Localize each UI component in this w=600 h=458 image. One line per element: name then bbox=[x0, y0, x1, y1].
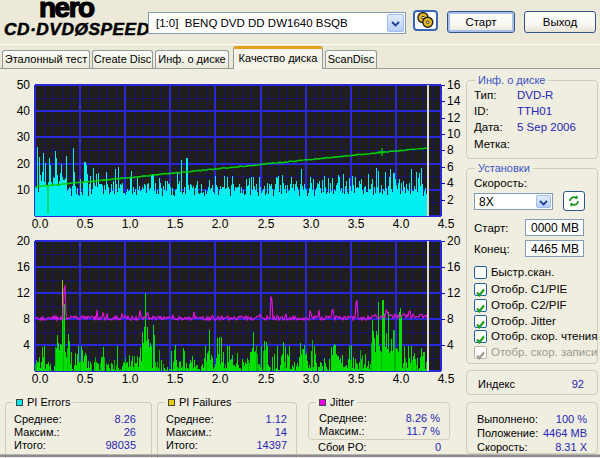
svg-text:40: 40 bbox=[17, 104, 31, 118]
svg-text:10: 10 bbox=[447, 127, 461, 141]
svg-text:4: 4 bbox=[447, 338, 454, 352]
svg-text:2.5: 2.5 bbox=[258, 217, 275, 231]
svg-text:12: 12 bbox=[447, 286, 461, 300]
svg-text:3.5: 3.5 bbox=[348, 372, 365, 386]
svg-text:4.0: 4.0 bbox=[393, 217, 410, 231]
svg-text:0.5: 0.5 bbox=[77, 372, 94, 386]
svg-text:30: 30 bbox=[17, 130, 31, 144]
svg-text:12: 12 bbox=[447, 111, 461, 125]
svg-text:1.0: 1.0 bbox=[122, 372, 139, 386]
svg-text:4: 4 bbox=[447, 176, 454, 190]
svg-text:0.0: 0.0 bbox=[32, 372, 49, 386]
svg-text:16: 16 bbox=[447, 78, 461, 92]
svg-text:8: 8 bbox=[23, 312, 30, 326]
svg-text:20: 20 bbox=[447, 234, 461, 248]
svg-text:1.5: 1.5 bbox=[167, 217, 184, 231]
svg-text:1.5: 1.5 bbox=[167, 372, 184, 386]
svg-text:16: 16 bbox=[447, 260, 461, 274]
svg-text:3.5: 3.5 bbox=[348, 217, 365, 231]
svg-text:4.5: 4.5 bbox=[438, 372, 455, 386]
svg-text:2: 2 bbox=[447, 193, 454, 207]
svg-text:8: 8 bbox=[447, 143, 454, 157]
svg-text:14: 14 bbox=[447, 94, 461, 108]
svg-text:3.0: 3.0 bbox=[303, 372, 320, 386]
svg-text:3.0: 3.0 bbox=[303, 217, 320, 231]
svg-text:4.0: 4.0 bbox=[393, 372, 410, 386]
svg-text:4: 4 bbox=[23, 338, 30, 352]
svg-text:50: 50 bbox=[17, 78, 31, 92]
svg-text:16: 16 bbox=[17, 260, 31, 274]
svg-text:20: 20 bbox=[17, 157, 31, 171]
svg-text:12: 12 bbox=[17, 286, 31, 300]
svg-text:4.5: 4.5 bbox=[438, 217, 455, 231]
svg-text:20: 20 bbox=[17, 234, 31, 248]
svg-text:10: 10 bbox=[17, 183, 31, 197]
svg-text:2.0: 2.0 bbox=[212, 217, 229, 231]
svg-text:6: 6 bbox=[447, 160, 454, 174]
svg-text:0.5: 0.5 bbox=[77, 217, 94, 231]
svg-text:1.0: 1.0 bbox=[122, 217, 139, 231]
svg-text:2.0: 2.0 bbox=[212, 372, 229, 386]
svg-text:0.0: 0.0 bbox=[32, 217, 49, 231]
svg-text:2.5: 2.5 bbox=[258, 372, 275, 386]
svg-text:8: 8 bbox=[447, 312, 454, 326]
